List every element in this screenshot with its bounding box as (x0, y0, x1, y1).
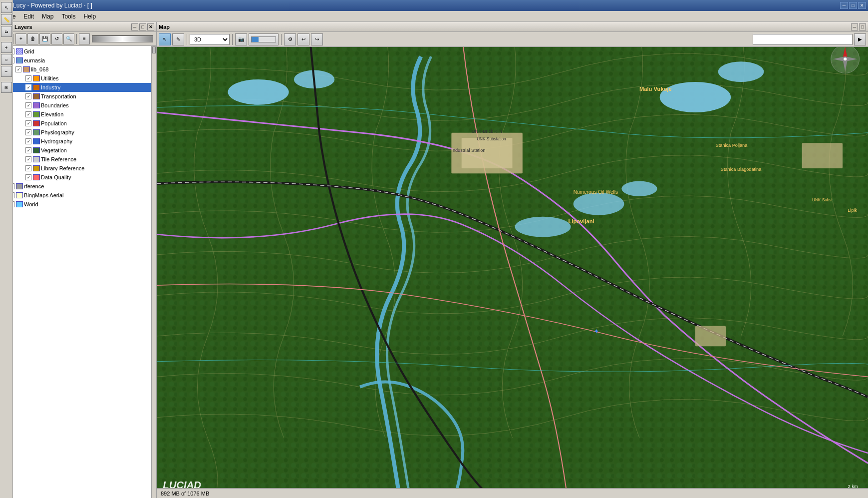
tree-scrollbar[interactable] (151, 46, 156, 498)
layer-item-eurnasia[interactable]: ▼ eurnasia (0, 56, 151, 65)
menu-edit[interactable]: Edit (19, 12, 38, 21)
icon-industry (33, 84, 40, 90)
layer-item-vegetation[interactable]: Vegetation (0, 146, 151, 155)
select-tool-button[interactable]: ↖ (159, 33, 171, 45)
reload-layer-button[interactable]: ↺ (51, 33, 62, 44)
map-toolbar: ↖ ✎ 3D 2D 📷 ⚙ ↩ ↪ ▶ (157, 32, 868, 47)
redo-button[interactable]: ↪ (311, 33, 323, 45)
layer-props-button[interactable]: ≡ (79, 33, 90, 44)
layer-item-boundaries[interactable]: Boundaries (0, 101, 151, 110)
opacity-slider[interactable] (92, 35, 153, 42)
checkbox-elevation[interactable] (25, 111, 31, 117)
layer-item-world[interactable]: World (0, 200, 151, 209)
map-toolbar-sep-2 (232, 34, 233, 45)
map-canvas[interactable]: Malu Vukoje Lipovljani Numerous Oil Well… (157, 47, 868, 488)
map-toolbar-sep-1 (187, 34, 187, 45)
map-toolbar-sep-3 (281, 34, 282, 45)
expander-industry[interactable] (19, 84, 25, 90)
expander-transportation[interactable] (19, 93, 25, 99)
checkbox-dataquality[interactable] (25, 174, 31, 180)
layer-item-elevation[interactable]: Elevation (0, 110, 151, 119)
checkbox-population[interactable] (25, 120, 31, 126)
svg-text:UNK-Brick Kiln: UNK-Brick Kiln (472, 129, 502, 134)
map-minimize-button[interactable]: ─ (851, 23, 858, 30)
edit-tool-button[interactable]: ✎ (172, 33, 184, 45)
expander-hydrography[interactable] (19, 138, 25, 144)
svg-text:LUCIAD: LUCIAD (163, 480, 201, 488)
layer-item-hydrography[interactable]: Hydrography (0, 137, 151, 146)
expander-tilereference[interactable] (19, 156, 25, 162)
layer-item-population[interactable]: Population (0, 119, 151, 128)
map-search-button[interactable]: ▶ (854, 33, 866, 45)
icon-utilities (33, 75, 40, 81)
label-population: Population (41, 120, 67, 126)
icon-bingmaps (16, 192, 23, 198)
maximize-button[interactable]: □ (849, 2, 857, 9)
layer-tree[interactable]: Grid ▼ eurnasia ▼ lib_068 (0, 46, 151, 498)
expander-vegetation[interactable] (19, 147, 25, 153)
label-hydrography: Hydrography (41, 138, 72, 144)
icon-grid (16, 48, 23, 54)
panel-header-controls: ─ □ ✕ (131, 23, 154, 30)
view-mode-select[interactable]: 3D 2D (190, 34, 230, 45)
panel-restore-button[interactable]: □ (139, 23, 146, 30)
checkbox-transportation[interactable] (25, 93, 31, 99)
layer-item-bingmaps[interactable]: BingMaps Aerial (0, 191, 151, 200)
expander-physiography[interactable] (19, 129, 25, 135)
svg-rect-6 (157, 47, 868, 488)
svg-text:UNK-Subst.: UNK-Subst. (812, 198, 834, 202)
layer-item-lib068[interactable]: ▼ lib_068 (0, 65, 151, 74)
minimize-button[interactable]: ─ (840, 2, 848, 9)
layer-item-grid[interactable]: Grid (0, 47, 151, 56)
layer-item-utilities[interactable]: Utilities (0, 74, 151, 83)
layer-item-transportation[interactable]: Transportation (0, 92, 151, 101)
icon-transportation (33, 93, 40, 99)
layer-item-industry[interactable]: Industry (0, 83, 151, 92)
menu-tools[interactable]: Tools (57, 12, 79, 21)
expander-population[interactable] (19, 120, 25, 126)
layer-item-rference[interactable]: ▶ rference (0, 182, 151, 191)
progress-button[interactable] (249, 33, 279, 45)
toolbar-separator-2 (76, 34, 77, 44)
checkbox-industry[interactable] (25, 84, 31, 90)
remove-layer-button[interactable]: 🗑 (27, 33, 38, 44)
layer-item-dataquality[interactable]: Data Quality (0, 173, 151, 182)
svg-rect-15 (462, 138, 513, 168)
search-layer-button[interactable]: 🔍 (63, 33, 74, 44)
checkbox-boundaries[interactable] (25, 102, 31, 108)
expander-elevation[interactable] (19, 111, 25, 117)
icon-elevation (33, 111, 40, 117)
app-title: Lucy - Powered by Luciad - [ ] (13, 2, 92, 9)
checkbox-vegetation[interactable] (25, 147, 31, 153)
layer-item-libraryreference[interactable]: Library Reference (0, 164, 151, 173)
checkbox-hydrography[interactable] (25, 138, 31, 144)
add-layer-button[interactable]: + (15, 33, 26, 44)
checkbox-physiography[interactable] (25, 129, 31, 135)
undo-button[interactable]: ↩ (297, 33, 309, 45)
map-header-controls: ─ □ (851, 23, 866, 30)
snapshot-button[interactable]: 📷 (235, 33, 247, 45)
save-layer-button[interactable]: 💾 (39, 33, 50, 44)
expander-boundaries[interactable] (19, 102, 25, 108)
layer-item-physiography[interactable]: Physiography (0, 128, 151, 137)
checkbox-tilereference[interactable] (25, 156, 31, 162)
expander-dataquality[interactable] (19, 174, 25, 180)
panel-close-button[interactable]: ✕ (147, 23, 154, 30)
panel-minimize-button[interactable]: ─ (131, 23, 138, 30)
label-world: World (24, 201, 38, 207)
menu-map[interactable]: Map (38, 12, 57, 21)
svg-text:2 km: 2 km (848, 484, 858, 488)
titlebar: L Lucy - Powered by Luciad - [ ] ─ □ ✕ (0, 0, 868, 11)
close-button[interactable]: ✕ (858, 2, 866, 9)
map-restore-button[interactable]: □ (859, 23, 866, 30)
map-search-input[interactable] (753, 34, 853, 45)
expander-utilities[interactable] (19, 75, 25, 81)
checkbox-libraryreference[interactable] (25, 165, 31, 171)
settings-button[interactable]: ⚙ (284, 33, 296, 45)
checkbox-lib068[interactable] (15, 66, 21, 72)
expander-libraryreference[interactable] (19, 165, 25, 171)
checkbox-utilities[interactable] (25, 75, 31, 81)
memory-status: 892 MB of 1076 MB (161, 491, 209, 497)
menu-help[interactable]: Help (79, 12, 100, 21)
layer-item-tilereference[interactable]: Tile Reference (0, 155, 151, 164)
